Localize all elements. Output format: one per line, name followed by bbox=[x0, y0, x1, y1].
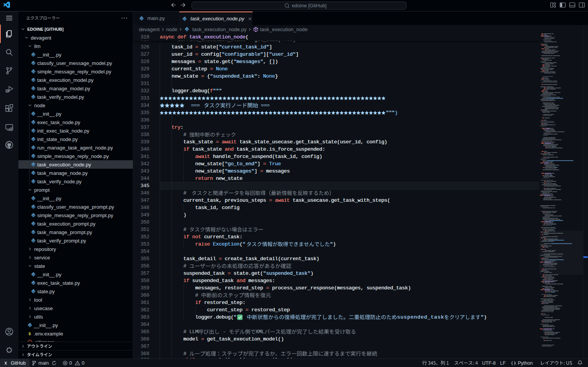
svg-text:$: $ bbox=[28, 332, 31, 336]
